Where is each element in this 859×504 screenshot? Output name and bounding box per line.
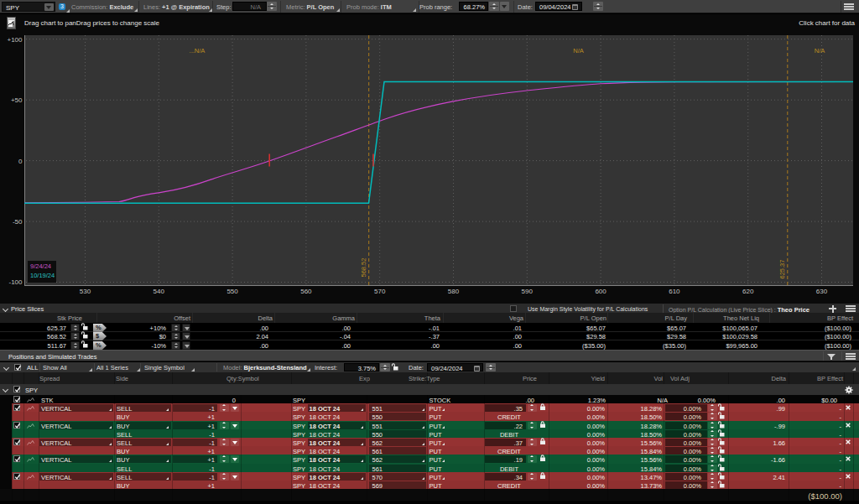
svg-text:-100: -100	[8, 278, 23, 286]
svg-text:+100: +100	[7, 36, 23, 44]
svg-text:-50: -50	[13, 218, 23, 226]
svg-text:560: 560	[300, 288, 312, 295]
svg-text:550: 550	[226, 288, 238, 295]
svg-text:540: 540	[154, 288, 165, 295]
svg-text:590: 590	[522, 288, 534, 295]
svg-text:9/24/24: 9/24/24	[30, 262, 51, 270]
svg-text:N/A: N/A	[815, 47, 825, 55]
svg-text:630: 630	[816, 288, 828, 295]
svg-text:10/19/24: 10/19/24	[30, 272, 55, 279]
svg-text:+50: +50	[11, 96, 23, 104]
svg-text:N/A: N/A	[573, 47, 584, 55]
svg-text:530: 530	[80, 288, 91, 295]
svg-text:568.52: 568.52	[360, 258, 367, 278]
svg-text:0: 0	[18, 158, 23, 165]
svg-text:580: 580	[448, 288, 460, 295]
svg-text:...N/A: ...N/A	[190, 47, 206, 55]
svg-text:570: 570	[374, 288, 386, 295]
svg-text:600: 600	[595, 288, 607, 295]
svg-text:620: 620	[742, 288, 754, 295]
svg-text:610: 610	[669, 288, 680, 295]
svg-text:625.37: 625.37	[778, 260, 786, 279]
